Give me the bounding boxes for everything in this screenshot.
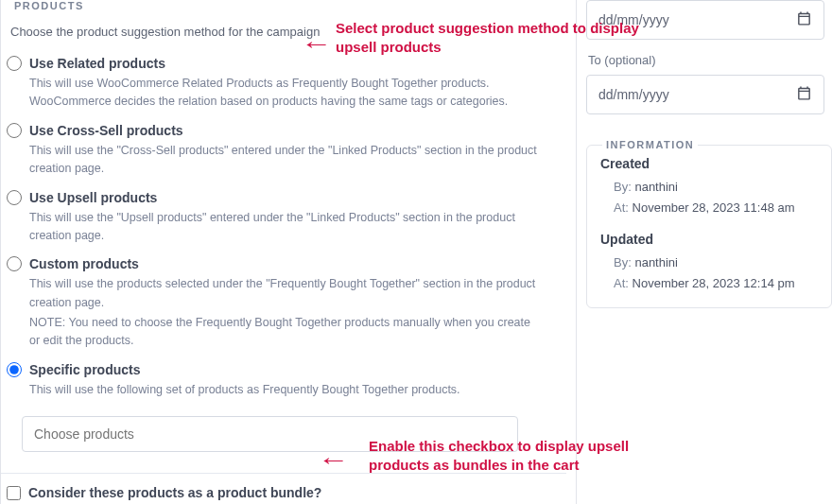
calendar-icon <box>796 85 812 104</box>
radio-specific-desc: This will use the following set of produ… <box>29 381 540 399</box>
option-upsell: Use Upsell products This will use the "U… <box>1 184 566 252</box>
radio-custom[interactable] <box>7 256 22 271</box>
radio-custom-note: NOTE: You need to choose the Frequently … <box>29 314 540 351</box>
option-specific: Specific products This will use the foll… <box>1 356 566 405</box>
date-from-placeholder: dd/mm/yyyy <box>598 12 669 27</box>
products-legend: PRODUCTS <box>10 0 88 11</box>
divider <box>1 473 566 474</box>
radio-upsell[interactable] <box>7 190 22 205</box>
radio-crosssell-label[interactable]: Use Cross-Sell products <box>29 123 183 138</box>
radio-specific[interactable] <box>7 362 22 377</box>
radio-related-desc: This will use WooCommerce Related Produc… <box>29 75 540 112</box>
side-panel: dd/mm/yyyy To (optional) dd/mm/yyyy INFO… <box>577 0 832 504</box>
radio-upsell-desc: This will use the "Upsell products" ente… <box>29 209 540 246</box>
date-to-placeholder: dd/mm/yyyy <box>598 87 669 102</box>
radio-crosssell-desc: This will use the "Cross-Sell products" … <box>29 142 540 179</box>
updated-title: Updated <box>600 232 818 247</box>
radio-related[interactable] <box>7 56 22 71</box>
information-legend: INFORMATION <box>602 139 698 150</box>
to-label: To (optional) <box>588 53 832 67</box>
option-crosssell: Use Cross-Sell products This will use th… <box>1 117 566 184</box>
radio-specific-label[interactable]: Specific products <box>29 362 140 377</box>
date-to-input[interactable]: dd/mm/yyyy <box>586 75 824 114</box>
radio-upsell-label[interactable]: Use Upsell products <box>29 190 157 205</box>
bundle-checkbox-label[interactable]: Consider these products as a product bun… <box>28 485 321 500</box>
bundle-checkbox[interactable] <box>7 486 21 500</box>
products-panel: PRODUCTS Choose the product suggestion m… <box>0 0 577 504</box>
choose-products-input[interactable] <box>22 416 518 452</box>
created-at: At: November 28, 2023 11:48 am <box>600 198 818 218</box>
radio-custom-desc: This will use the products selected unde… <box>29 275 540 312</box>
updated-at: At: November 28, 2023 12:14 pm <box>600 273 818 294</box>
option-related: Use Related products This will use WooCo… <box>1 50 566 117</box>
created-title: Created <box>600 156 818 171</box>
updated-by: By: nanthini <box>600 252 818 273</box>
date-from-input[interactable]: dd/mm/yyyy <box>586 0 824 40</box>
radio-related-label[interactable]: Use Related products <box>29 56 165 71</box>
choose-method-label: Choose the product suggestion method for… <box>10 25 566 39</box>
option-custom: Custom products This will use the produc… <box>1 251 566 356</box>
created-by: By: nanthini <box>600 177 818 198</box>
radio-crosssell[interactable] <box>7 123 22 138</box>
radio-custom-label[interactable]: Custom products <box>29 256 139 271</box>
information-box: INFORMATION Created By: nanthini At: Nov… <box>586 139 832 308</box>
calendar-icon <box>796 10 812 29</box>
